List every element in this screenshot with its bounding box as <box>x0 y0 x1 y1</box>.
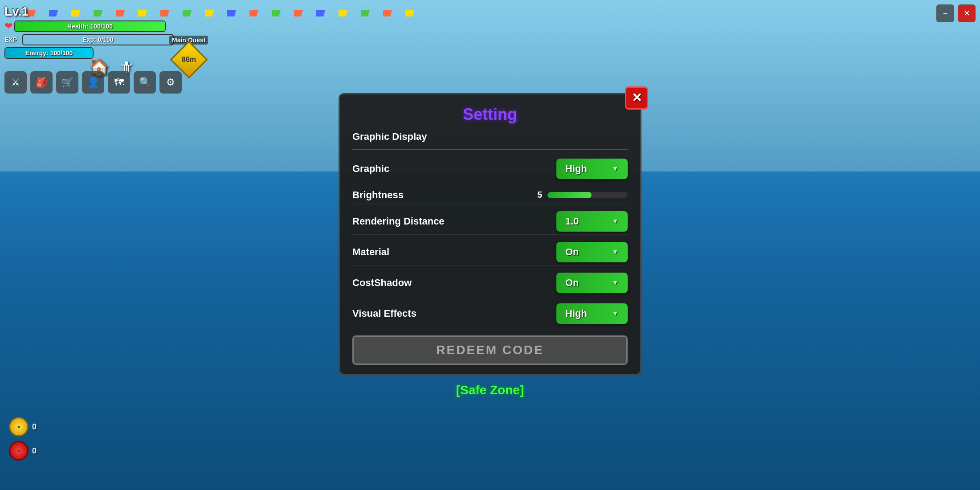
visual-effects-label: Visual Effects <box>352 308 416 319</box>
rendering-distance-dropdown[interactable]: 1.0 ▼ <box>556 211 628 232</box>
visual-effects-dropdown[interactable]: High ▼ <box>556 303 628 324</box>
chevron-down-icon: ▼ <box>612 165 619 173</box>
graphic-dropdown[interactable]: High ▼ <box>556 159 628 179</box>
modal-close-button[interactable]: ✕ <box>625 86 648 110</box>
rendering-distance-setting-row: Rendering Distance 1.0 ▼ <box>352 208 628 235</box>
material-value: On <box>565 246 579 258</box>
costshadow-setting-row: CostShadow On ▼ <box>352 270 628 296</box>
material-setting-row: Material On ▼ <box>352 239 628 265</box>
chevron-down-icon: ▼ <box>612 217 619 225</box>
safe-zone-label: [Safe Zone] <box>456 383 524 397</box>
graphic-display-section-title: Graphic Display <box>352 131 628 143</box>
graphic-label: Graphic <box>352 163 389 175</box>
graphic-value: High <box>565 163 587 175</box>
close-icon: ✕ <box>632 90 642 105</box>
chevron-down-icon: ▼ <box>612 248 619 256</box>
costshadow-value: On <box>565 277 579 289</box>
material-dropdown[interactable]: On ▼ <box>556 242 628 262</box>
brightness-control: 5 <box>531 190 628 200</box>
section-divider <box>352 149 628 150</box>
settings-modal: ✕ Setting Graphic Display Graphic High ▼… <box>339 93 641 375</box>
chevron-down-icon: ▼ <box>612 310 619 318</box>
modal-title: Setting <box>352 105 628 124</box>
brightness-value: 5 <box>531 190 542 200</box>
brightness-slider-track[interactable] <box>547 192 628 198</box>
rendering-distance-label: Rendering Distance <box>352 216 445 227</box>
visual-effects-setting-row: Visual Effects High ▼ <box>352 301 628 327</box>
brightness-slider-fill <box>547 192 592 198</box>
redeem-code-button[interactable]: REDEEM CODE <box>352 335 628 365</box>
material-label: Material <box>352 246 389 258</box>
modal-overlay: ✕ Setting Graphic Display Graphic High ▼… <box>0 0 980 490</box>
rendering-distance-value: 1.0 <box>565 216 579 227</box>
brightness-setting-row: Brightness 5 <box>352 187 628 204</box>
brightness-label: Brightness <box>352 189 404 201</box>
costshadow-label: CostShadow <box>352 277 412 289</box>
costshadow-dropdown[interactable]: On ▼ <box>556 273 628 293</box>
graphic-setting-row: Graphic High ▼ <box>352 156 628 182</box>
visual-effects-value: High <box>565 308 587 319</box>
chevron-down-icon: ▼ <box>612 279 619 287</box>
